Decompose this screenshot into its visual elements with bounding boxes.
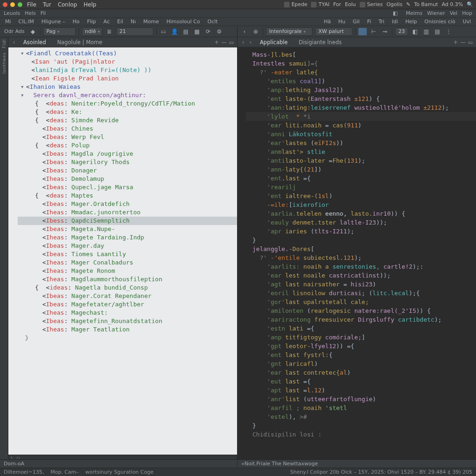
toolbar-drop-1[interactable]: Pag bbox=[43, 27, 76, 36]
tb-item[interactable]: Eolu bbox=[345, 1, 356, 7]
toolbar-field-r2[interactable]: XW palurt bbox=[315, 27, 352, 36]
code-line[interactable]: 'eoril lisnoilow durticasi; (litc.lecal)… bbox=[246, 289, 476, 298]
tree-row[interactable]: <Ibeas: Qupecl.jage Marsa bbox=[18, 183, 237, 192]
menu-file[interactable]: File bbox=[25, 1, 38, 8]
tree-row[interactable]: { <deas: Neniter:Poyeld_trongy/CdTlF/Mat… bbox=[18, 99, 237, 108]
code-line[interactable]: 'anr'list (utteerfartoflungie) bbox=[246, 395, 476, 403]
code-line[interactable]: 'aan:lating:leiserrenef wustieolltlé'hol… bbox=[246, 103, 476, 112]
minimize-icon[interactable] bbox=[10, 2, 15, 7]
code-line[interactable]: 'ent.last ={ bbox=[246, 174, 476, 183]
refresh-icon[interactable]: ⟳ bbox=[204, 27, 212, 36]
menu2-item[interactable]: Wiener bbox=[427, 10, 445, 16]
code-line[interactable]: 'anni Läkotstosfit bbox=[246, 130, 476, 139]
back-icon[interactable]: ‹ bbox=[240, 27, 249, 36]
tree-row[interactable]: <Ibeas: Donager bbox=[18, 166, 237, 175]
code-line[interactable]: 'ent last fystrl:{ bbox=[246, 350, 476, 359]
tree-icon[interactable]: ⊢ bbox=[370, 27, 378, 36]
tree-row[interactable]: <Ibeas: Chines bbox=[18, 125, 237, 133]
code-line[interactable]: } bbox=[246, 236, 476, 245]
code-line[interactable]: 'ear lest noaile castricatlinst)); bbox=[246, 271, 476, 280]
table-icon[interactable]: ▤ bbox=[433, 27, 442, 36]
cmd-item[interactable]: Himsoloul Co bbox=[165, 18, 201, 25]
code-line[interactable]: 'ann-laty{(21]) bbox=[246, 165, 476, 174]
list-icon[interactable]: ▤ bbox=[182, 27, 190, 36]
cmd-item[interactable]: Nı bbox=[129, 18, 137, 25]
tree-row[interactable]: <Ibeas: Mager.Oratdefich bbox=[18, 200, 237, 208]
code-line[interactable]: 'gpt leotor-lfyel12)) ={ bbox=[246, 342, 476, 350]
code-line[interactable]: 'aarfil ; noaih 'stetl bbox=[246, 403, 476, 412]
tree-row[interactable]: { <deas: Polup bbox=[18, 141, 237, 150]
code-line[interactable]: 'ent laste-(Eanterstash ±121) { bbox=[246, 94, 476, 103]
code-line[interactable]: 'antilasto-later =Fhe(131); bbox=[246, 156, 476, 165]
menu2-item[interactable]: Leuols bbox=[4, 10, 20, 16]
code-line[interactable]: 'anmlast'> stlie bbox=[246, 147, 476, 156]
tree-row[interactable]: <Ibeas: Magetefinn_Rounatdstation bbox=[18, 317, 237, 325]
toolbar-drop-2[interactable]: ndlê bbox=[82, 27, 102, 36]
cmd-item[interactable]: Help bbox=[404, 18, 418, 25]
menu2-item[interactable]: Hels bbox=[25, 10, 36, 16]
tree-row[interactable]: <Ibeas: Tiomes Laantily bbox=[18, 250, 237, 258]
code-line[interactable]: 'apr iaries (tlts-I211); bbox=[246, 227, 476, 236]
gutter-label[interactable]: lonttwes bbox=[2, 52, 7, 73]
tree-row[interactable]: { <ideas: Nagetla bundid_Consp bbox=[18, 284, 237, 292]
code-line[interactable]: 'estn lati ={ bbox=[246, 324, 476, 333]
menu2-item[interactable]: Meims bbox=[406, 10, 423, 16]
menu2-item[interactable]: Fil bbox=[40, 10, 46, 16]
tb-item[interactable]: Ad 0.3% bbox=[442, 1, 463, 7]
code-line[interactable]: } bbox=[246, 421, 476, 430]
panel-options-icon[interactable]: ▭ bbox=[467, 39, 474, 46]
tree-row[interactable]: <Iheas: Magechast: bbox=[18, 309, 237, 317]
menu2-item[interactable]: Hop bbox=[462, 10, 472, 16]
cmd-item[interactable]: Mi bbox=[4, 18, 13, 25]
code-line[interactable]: 'lylot * *i bbox=[246, 112, 476, 121]
cmd-item[interactable]: CIL:IM bbox=[17, 18, 36, 25]
code-line[interactable]: ?' -'entile subiectesl.121); bbox=[246, 253, 476, 262]
globe-icon[interactable]: ⊕ bbox=[251, 27, 260, 36]
code-line[interactable]: 'apt last =l.12) bbox=[246, 386, 476, 395]
cmd-item[interactable]: ldi bbox=[390, 18, 399, 25]
code-line[interactable]: 'aariractong freesuivcer Dirgsluffy cart… bbox=[246, 315, 476, 324]
tb-item[interactable]: For bbox=[333, 1, 341, 7]
panel-options-icon[interactable]: ▭ bbox=[228, 39, 235, 46]
tb-item[interactable]: Epede bbox=[291, 1, 307, 7]
grid-icon[interactable]: ▦ bbox=[193, 27, 201, 36]
tree-row[interactable]: { <deas: Ke: bbox=[18, 108, 237, 116]
minimize-panel-icon[interactable]: — bbox=[459, 39, 467, 46]
layers-icon[interactable]: ≣ bbox=[105, 27, 113, 36]
code-line[interactable]: 'anp titfigtogy comóriale;] bbox=[246, 333, 476, 342]
tabs-back2-icon[interactable]: ‹ bbox=[247, 39, 254, 46]
tree-row[interactable]: ▾<Fiandl Croeatatak((Teas) bbox=[18, 49, 237, 58]
tree-row[interactable]: ▾<Ihanion Waieas bbox=[18, 83, 237, 91]
hscroll-left[interactable]: «▭ bbox=[8, 455, 237, 459]
window-controls[interactable] bbox=[3, 2, 22, 7]
tree-row[interactable]: <Iheas: Mager Conalbadurs bbox=[18, 258, 237, 267]
code-line[interactable]: 'gor'last upalrstetall cale; bbox=[246, 298, 476, 306]
cmd-item[interactable]: Uvl bbox=[461, 18, 472, 25]
code-line[interactable]: 'amilonten (rearlogesic natere:rael(_2'I… bbox=[246, 306, 476, 315]
tree-row[interactable]: <Ibeas: Nager.Corat Rependaner bbox=[18, 292, 237, 300]
code-line[interactable]: 'aarlia.telelen eenno, lasto.inr10)) { bbox=[246, 209, 476, 218]
branch-icon[interactable]: ⊸ bbox=[381, 27, 389, 36]
menu-tur[interactable]: Tur bbox=[41, 1, 53, 8]
cmd-item[interactable]: Tri bbox=[377, 18, 386, 25]
cmd-item[interactable]: Oclt bbox=[206, 18, 219, 25]
code-line[interactable]: 'ent ialtree-(1sl) bbox=[246, 192, 476, 200]
tab-applicable[interactable]: Applicable bbox=[254, 37, 293, 47]
code-line[interactable]: 'gnt laricafl) bbox=[246, 359, 476, 368]
tabs-back-icon[interactable]: ‹ bbox=[239, 39, 247, 46]
color-swatch[interactable] bbox=[358, 28, 367, 35]
code-line[interactable]: 'rearilj bbox=[246, 183, 476, 192]
menu-help[interactable]: Help bbox=[82, 1, 98, 8]
cmd-item[interactable]: Fi bbox=[366, 18, 373, 25]
tree-row[interactable]: <Iheas: Magete Ronom bbox=[18, 267, 237, 275]
code-line[interactable]: 'aarlits: noaih a senrestonies, cartle!2… bbox=[246, 262, 476, 271]
tree-row[interactable]: <Ibess: QapdciSemnpltich bbox=[18, 217, 237, 225]
cmd-item[interactable]: Ac bbox=[102, 18, 111, 25]
tb-item[interactable]: Series bbox=[367, 1, 383, 7]
code-line[interactable]: 'ear last contretec{al) bbox=[246, 368, 476, 377]
menu-conlop[interactable]: Conlop bbox=[56, 1, 79, 8]
tree-row[interactable]: <Iheas: Magdlaummorthousfileption bbox=[18, 275, 237, 284]
tree-row[interactable]: <Ibeas: Mageta.Nupe- bbox=[18, 225, 237, 233]
cmd-item[interactable]: Hä bbox=[323, 18, 332, 25]
code-line[interactable]: 'eauly denmet.tster laltle-I23)); bbox=[246, 218, 476, 227]
